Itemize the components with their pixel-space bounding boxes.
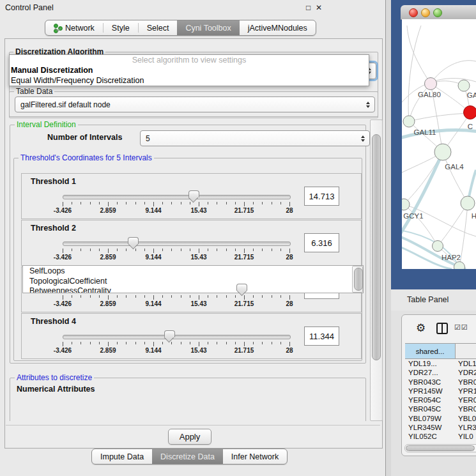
tab-cyni-toolbox[interactable]: Cyni Toolbox (177, 20, 239, 35)
cell-shared-name[interactable]: YBR045C (405, 404, 455, 413)
table-horizontal-scrollbar[interactable] (404, 444, 476, 452)
cell-shared-name[interactable]: YDL19... (405, 359, 455, 368)
node-right-mid[interactable] (461, 196, 475, 210)
slider-tick (153, 249, 154, 253)
attribute-list-item[interactable]: BetweennessCentrality (23, 286, 363, 293)
close-button[interactable] (409, 8, 418, 17)
network-window-titlebar[interactable] (401, 5, 476, 20)
tab-select[interactable]: Select (139, 20, 178, 35)
table-hscrollbar-thumb[interactable] (406, 445, 475, 451)
node-gal11[interactable] (403, 116, 415, 127)
popup-item-manual-discretization[interactable]: Manual Discretization (10, 65, 369, 75)
cell-name[interactable]: YPR1 (455, 387, 476, 395)
slider-tick (144, 249, 145, 251)
slider-tick (153, 202, 154, 206)
slider-tick (72, 295, 72, 298)
cell-name[interactable]: YDL1 (455, 359, 476, 368)
table-row[interactable]: YLR345WYLR3 (405, 423, 476, 432)
cell-name[interactable]: YBR0 (455, 404, 476, 413)
node-gal4[interactable] (434, 144, 451, 160)
threshold-4-panel: Threshold 4-3.4262.8599.14415.4321.71528… (21, 313, 362, 359)
table-row[interactable]: YDR27...YDR2 (405, 368, 476, 377)
slider-tick (162, 342, 163, 344)
settings-scrollbar[interactable] (370, 119, 383, 421)
threshold-value-field[interactable]: 6.316 (304, 233, 339, 252)
table-panel-title: Table Panel (407, 295, 449, 304)
network-view-canvas[interactable]: GAL80GACGAL11GAL4GCY1HHAP2 (402, 19, 476, 269)
node-red[interactable] (464, 106, 476, 119)
table-row[interactable]: YBL079WYBL0 (405, 414, 476, 423)
attributes-scrollbar-thumb[interactable] (354, 268, 363, 291)
numerical-attributes-list[interactable]: SelfLoopsTopologicalCoefficientBetweenne… (22, 265, 364, 293)
table-row[interactable]: YPR145WYPR1 (405, 387, 476, 395)
split-columns-icon[interactable] (436, 323, 448, 334)
slider-tick (81, 249, 81, 251)
table-row[interactable]: YDL19...YDL1 (405, 359, 476, 368)
slider-tick (272, 202, 272, 204)
cell-name[interactable]: YER0 (455, 395, 476, 404)
threshold-slider-track[interactable] (63, 335, 291, 339)
column-checkboxes-icon[interactable]: ☑☑ (454, 323, 468, 332)
tab-jactivemnodules[interactable]: jActiveMNodules (240, 20, 316, 35)
tab-infer-network[interactable]: Infer Network (223, 449, 287, 464)
table-data-combobox[interactable]: galFiltered.sif default node (15, 96, 375, 112)
threshold-value-field[interactable]: 11.344 (304, 326, 339, 346)
tab-style[interactable]: Style (104, 20, 138, 35)
cell-shared-name[interactable]: YPR145W (405, 387, 455, 395)
slider-tick (72, 342, 72, 344)
attribute-list-item[interactable]: SelfLoops (23, 266, 363, 276)
attributes-list-scrollbar[interactable] (352, 266, 363, 293)
cell-shared-name[interactable]: YER054C (405, 395, 455, 404)
popup-placeholder-item[interactable]: Select algorithm to view settings (10, 55, 369, 65)
cell-shared-name[interactable]: YBR043C (405, 378, 455, 387)
slider-tick (63, 249, 63, 253)
table-row[interactable]: YBR043CYBR0 (405, 378, 476, 387)
close-panel-icon[interactable]: ✕ (316, 3, 322, 12)
table-row[interactable]: YBR045CYBR0 (405, 404, 476, 413)
apply-button[interactable]: Apply (168, 429, 211, 445)
threshold-slider-thumb[interactable] (188, 190, 199, 197)
cell-name[interactable]: YBR0 (455, 378, 476, 387)
popup-item-equal-width-frequency[interactable]: Equal Width/Frequency Discretization (10, 75, 369, 86)
cell-shared-name[interactable]: YDR27... (405, 368, 455, 377)
table-row[interactable]: YER054CYER0 (405, 395, 476, 404)
gear-icon[interactable]: ⚙ (416, 321, 426, 335)
slider-tick (199, 202, 199, 206)
slider-tick (99, 295, 100, 298)
column-header-2[interactable]: n (456, 344, 476, 358)
minimize-button[interactable] (421, 8, 430, 17)
threshold-value-field[interactable]: 14.713 (304, 187, 339, 206)
attribute-list-item[interactable]: TopologicalCoefficient (23, 276, 363, 286)
threshold-slider-thumb[interactable] (164, 330, 175, 337)
node-top-right[interactable] (458, 80, 470, 91)
cell-name[interactable]: YBL0 (455, 414, 476, 423)
threshold-slider-thumb[interactable] (128, 237, 139, 244)
slider-tick-label: 21.715 (225, 347, 263, 354)
slider-tick (217, 202, 217, 204)
threshold-slider-thumb[interactable] (236, 284, 247, 291)
node-gal4-label: GAL4 (445, 163, 464, 171)
threshold-slider-track[interactable] (63, 242, 291, 246)
cell-name[interactable]: YIL0 (455, 432, 476, 441)
tab-impute-data[interactable]: Impute Data (92, 449, 152, 464)
table-row[interactable]: YIL052CYIL0 (405, 432, 476, 441)
slider-tick (262, 249, 263, 251)
slider-tick (72, 249, 72, 251)
slider-tick (63, 295, 63, 300)
cell-shared-name[interactable]: YLR345W (405, 423, 455, 432)
cell-name[interactable]: YLR3 (455, 423, 476, 432)
cell-shared-name[interactable]: YIL052C (405, 432, 455, 441)
tab-discretize-data[interactable]: Discretize Data (152, 449, 223, 464)
float-window-icon[interactable]: □ (306, 3, 311, 12)
tab-network[interactable]: Network (45, 20, 103, 35)
cell-name[interactable]: YDR2 (455, 368, 476, 377)
slider-tick (262, 295, 263, 298)
threshold-slider-track[interactable] (63, 195, 291, 199)
node-gal80[interactable] (425, 78, 437, 90)
column-header-1[interactable]: shared... (405, 344, 456, 358)
settings-scrollbar-thumb[interactable] (372, 134, 381, 360)
node-hap2[interactable] (433, 241, 443, 252)
cell-shared-name[interactable]: YBL079W (405, 414, 455, 423)
zoom-button[interactable] (433, 8, 442, 17)
slider-tick-label: 15.43 (180, 347, 218, 354)
